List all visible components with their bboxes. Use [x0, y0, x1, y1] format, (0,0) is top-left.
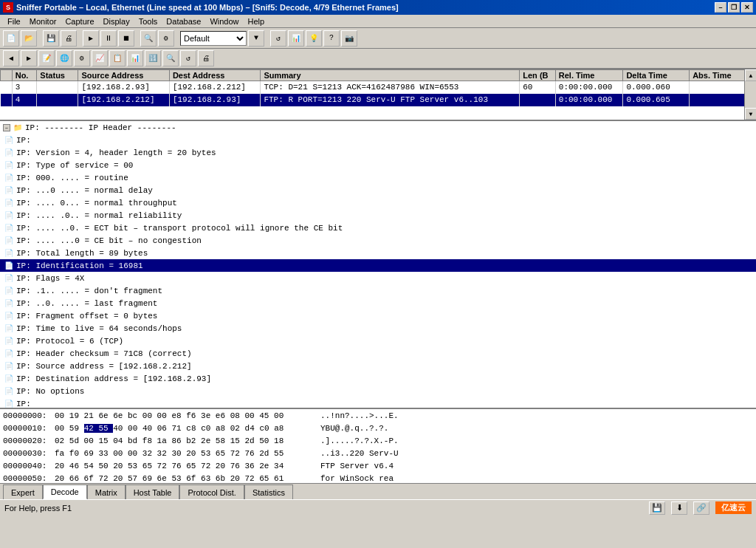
tb2-decode-btn[interactable]: 📝 [38, 50, 55, 66]
tb-start-btn[interactable]: ▶ [83, 30, 99, 47]
tab-protocol-dist[interactable]: Protocol Dist. [179, 484, 244, 499]
tb2-chart-btn[interactable]: 📈 [92, 50, 108, 66]
menu-tools[interactable]: Tools [134, 16, 162, 27]
tb-graph-btn[interactable]: 📊 [288, 30, 304, 47]
hex-bytes: 20 66 6f 72 20 57 69 6e 53 6f 63 6b 20 7… [55, 474, 320, 483]
menu-display[interactable]: Display [99, 16, 134, 27]
scroll-up-arrow[interactable]: ▲ [745, 69, 756, 81]
tb-new-btn[interactable]: 📄 [3, 30, 19, 47]
close-button[interactable]: ✕ [741, 2, 753, 13]
decode-line[interactable]: 📄IP: 000. .... = routine [0, 171, 756, 184]
tab-expert[interactable]: Expert [3, 484, 43, 499]
col-rel[interactable]: Rel. Time [555, 70, 623, 81]
tb2-fwd-btn[interactable]: ▶ [21, 50, 37, 66]
decode-panel[interactable]: –📁IP: -------- IP Header --------📄IP:📄IP… [0, 121, 756, 409]
decode-line[interactable]: 📄IP: Protocol = 6 (TCP) [0, 335, 756, 347]
menu-monitor[interactable]: Monitor [25, 16, 61, 27]
hex-bytes: 20 46 54 50 20 53 65 72 76 65 72 20 76 3… [55, 462, 320, 470]
tab-matrix[interactable]: Matrix [87, 484, 126, 499]
decode-line[interactable]: 📄IP: Time to live = 64 seconds/hops [0, 322, 756, 335]
menu-database[interactable]: Database [162, 16, 205, 27]
col-delta[interactable]: Delta Time [623, 70, 690, 81]
tb-open-btn[interactable]: 📂 [21, 30, 37, 47]
decode-line[interactable]: 📄IP: Type of service = 00 [0, 159, 756, 171]
decode-line[interactable]: 📄IP: [0, 397, 756, 409]
tb-print-btn[interactable]: 🖨 [61, 30, 77, 47]
tb-combo-arrow[interactable]: ▼ [248, 30, 264, 47]
doc-icon: 📄 [3, 298, 15, 309]
menu-help[interactable]: Help [244, 16, 269, 27]
tb-help-btn[interactable]: ? [323, 30, 340, 47]
decode-line[interactable]: 📄IP: .1.. .... = don't fragment [0, 284, 756, 297]
status-icon-1[interactable]: 💾 [649, 501, 665, 515]
profile-select[interactable]: Default [180, 31, 247, 46]
decode-line[interactable]: 📄IP: Flags = 4X [0, 272, 756, 284]
col-src[interactable]: Source Address [78, 70, 169, 81]
tb-filter-btn[interactable]: ⚙ [158, 30, 174, 47]
decode-line[interactable]: 📄IP: .... ..0. = ECT bit – transport pro… [0, 222, 756, 234]
doc-icon: 📄 [3, 361, 15, 371]
decode-line[interactable]: 📄IP: .... .0.. = normal reliability [0, 209, 756, 222]
col-dst[interactable]: Dest Address [169, 70, 260, 81]
col-summary[interactable]: Summary [261, 70, 520, 81]
decode-line[interactable]: 📄IP: [0, 134, 756, 146]
decode-line-text: IP: ...0 .... = normal delay [16, 186, 153, 195]
tb-save-btn[interactable]: 💾 [43, 30, 59, 47]
packet-cell [37, 81, 78, 94]
col-no[interactable]: No. [12, 70, 37, 81]
decode-line[interactable]: 📄IP: Version = 4, header length = 20 byt… [0, 146, 756, 159]
decode-line[interactable]: 📄IP: Identification = 16981 [0, 259, 756, 272]
tb-refresh-btn[interactable]: ↺ [270, 30, 286, 47]
tb-pause-btn[interactable]: ⏸ [100, 30, 117, 47]
tb-stop-btn[interactable]: ⏹ [118, 30, 134, 47]
hex-bytes: 02 5d 00 15 04 bd f8 1a 86 b2 2e 58 15 2… [55, 436, 320, 445]
tb2-addr-btn[interactable]: 🔢 [145, 50, 161, 66]
restore-button[interactable]: ❐ [728, 2, 740, 13]
packet-row[interactable]: 4[192.168.2.212][192.168.2.93]FTP: R POR… [1, 94, 756, 106]
tb2-back-btn[interactable]: ◀ [3, 50, 19, 66]
tab-decode[interactable]: Decode [43, 484, 87, 499]
tb2-print2-btn[interactable]: 🖨 [198, 50, 214, 66]
tab-host-table[interactable]: Host Table [126, 484, 180, 499]
decode-line[interactable]: 📄IP: ...0 .... = normal delay [0, 184, 756, 196]
tb2-search-btn[interactable]: 🔍 [162, 50, 179, 66]
decode-line[interactable]: 📄IP: Destination address = [192.168.2.93… [0, 372, 756, 385]
tb2-stats-btn[interactable]: 📊 [127, 50, 143, 66]
expand-icon[interactable]: – [3, 124, 10, 131]
col-len[interactable]: Len (B [520, 70, 556, 81]
tb-zoom-btn[interactable]: 🔍 [140, 30, 157, 47]
title-bar: S Sniffer Portable – Local, Ethernet (Li… [0, 0, 756, 15]
tb2-net-btn[interactable]: 🌐 [56, 50, 72, 66]
decode-line[interactable]: 📄IP: Source address = [192.168.2.212] [0, 360, 756, 372]
decode-line-text: IP: Total length = 89 bytes [16, 249, 148, 258]
decode-line[interactable]: 📄IP: .... 0... = normal throughput [0, 196, 756, 209]
hex-line: 00000000: 00 19 21 6e 6e bc 00 00 e8 f6 … [0, 409, 756, 422]
minimize-button[interactable]: – [715, 2, 726, 13]
decode-line[interactable]: 📄IP: Total length = 89 bytes [0, 247, 756, 259]
packet-cell: [192.168.2.212] [169, 81, 260, 94]
scroll-down-arrow[interactable]: ▼ [745, 108, 756, 120]
tb2-settings-btn[interactable]: ⚙ [74, 50, 90, 66]
decode-line[interactable]: 📄IP: .... ...0 = CE bit – no congestion [0, 234, 756, 247]
col-status[interactable]: Status [37, 70, 78, 81]
menu-file[interactable]: File [3, 16, 25, 27]
tb2-table-btn[interactable]: 📋 [109, 50, 126, 66]
tb2-reload-btn[interactable]: ↺ [180, 50, 196, 66]
status-icon-3[interactable]: 🔗 [693, 501, 709, 515]
decode-line[interactable]: –📁IP: -------- IP Header -------- [0, 121, 756, 134]
status-icon-2[interactable]: ⬇ [671, 501, 687, 515]
menu-window[interactable]: Window [205, 16, 243, 27]
decode-line[interactable]: 📄IP: Header checksum = 71C8 (correct) [0, 347, 756, 360]
tb-expert-btn[interactable]: 💡 [306, 30, 322, 47]
hex-bytes: 00 59 42 55 40 00 40 06 71 c8 c0 a8 02 d… [55, 424, 320, 433]
decode-line-text: IP: Identification = 16981 [16, 261, 143, 270]
packet-row[interactable]: 3[192.168.2.93][192.168.2.212]TCP: D=21 … [1, 81, 756, 94]
packet-list-scrollbar[interactable]: ▲ ▼ [744, 69, 756, 120]
tab-statistics[interactable]: Statistics [244, 484, 293, 499]
decode-line[interactable]: 📄IP: No options [0, 385, 756, 397]
toolbar2: ◀ ▶ 📝 🌐 ⚙ 📈 📋 📊 🔢 🔍 ↺ 🖨 [0, 49, 756, 69]
decode-line[interactable]: 📄IP: ..0. .... = last fragment [0, 297, 756, 309]
decode-line[interactable]: 📄IP: Fragment offset = 0 bytes [0, 309, 756, 322]
menu-capture[interactable]: Capture [61, 16, 98, 27]
tb-capture2-btn[interactable]: 📷 [341, 30, 357, 47]
